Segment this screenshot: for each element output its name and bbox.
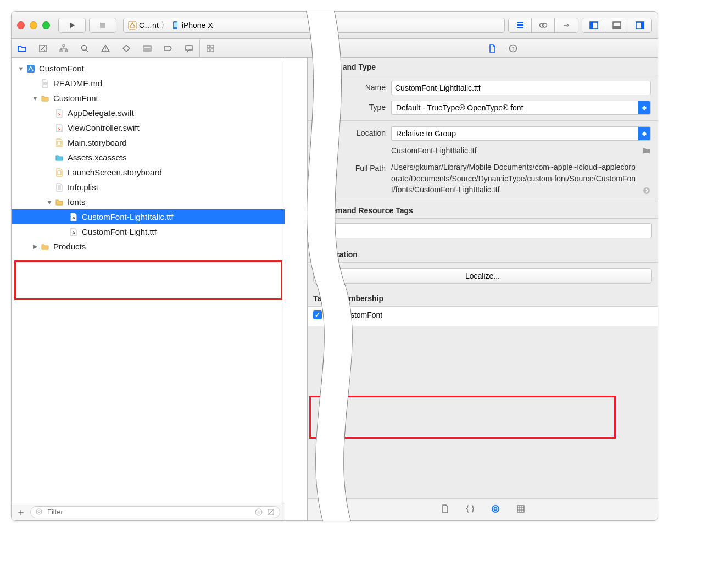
file-inspector-tab[interactable] [482,39,503,58]
braces-icon [465,504,475,514]
file-appdelegate[interactable]: ▶ AppDelegate.swift [12,106,285,120]
help-icon: ? [508,43,518,53]
fullpath-label: Full Path [314,162,386,173]
gauge-icon [142,43,152,53]
symbol-navigator-tab[interactable] [53,39,74,58]
svg-point-6 [542,23,547,27]
quick-help-inspector-tab[interactable]: ? [503,39,523,58]
target-checkbox[interactable]: ✓ [313,310,322,319]
toggle-debug-area-button[interactable] [605,18,628,32]
document-icon [440,504,450,514]
target-membership-row[interactable]: ✓ CustomFont [308,307,658,326]
scheme-breadcrumb[interactable]: C…nt 〉 iPhone X [123,18,505,33]
tree-label: README.md [53,79,102,88]
app-target-icon [128,21,137,30]
file-font-light[interactable]: ▶ A CustomFont-Light.ttf [12,224,285,239]
recent-filter-icon[interactable] [254,508,263,517]
folder-icon [55,198,64,207]
report-navigator-tab[interactable] [179,39,199,58]
code-snippet-library-tab[interactable] [465,504,475,515]
object-library-tab[interactable] [491,504,500,515]
file-font-lightitalic[interactable]: ▶ A CustomFont-LightItalic.ttf [12,209,285,224]
target-name-label: CustomFont [341,310,382,319]
svg-point-36 [36,509,42,514]
filter-icon [35,508,44,517]
tags-field[interactable]: Tags [313,223,652,238]
file-assets[interactable]: ▶ Assets.xcassets [12,150,285,165]
location-label: Location [314,126,386,137]
svg-point-19 [82,45,87,50]
hierarchy-icon [59,43,69,53]
name-field[interactable] [391,81,651,95]
localization-header: Localization [308,245,658,263]
media-library-tab[interactable] [516,504,526,515]
folder-icon [41,242,49,251]
run-button[interactable] [58,18,86,33]
project-navigator-tab[interactable] [12,39,32,58]
group-products[interactable]: ▶ Products [12,239,285,254]
svg-rect-27 [211,49,214,52]
svg-rect-8 [590,22,593,29]
editor-area [285,58,307,520]
tree-label: Assets.xcassets [68,153,127,162]
scm-filter-icon[interactable] [266,508,275,517]
editor-grid-button[interactable] [200,39,221,58]
file-viewcontroller[interactable]: ▶ ViewController.swift [12,120,285,135]
version-editor-button[interactable] [555,18,578,32]
toggle-inspector-button[interactable] [628,18,651,32]
tree-label: Info.plist [68,182,98,192]
svg-rect-0 [100,23,105,28]
folder-icon [41,94,49,103]
svg-rect-18 [65,50,68,52]
filter-input[interactable] [47,508,251,516]
reveal-in-finder-button[interactable] [642,186,651,195]
file-launch-storyboard[interactable]: ▶ LaunchScreen.storyboard [12,165,285,180]
annotation-highlight-target [309,396,616,439]
source-control-navigator-tab[interactable] [32,39,53,58]
location-select[interactable]: Relative to Group [391,126,651,141]
type-select-value: Default - TrueType® OpenType® font [396,103,523,112]
svg-point-22 [105,50,106,51]
document-icon [487,43,497,53]
xcodeproj-icon [26,64,36,74]
project-root[interactable]: ▼ CustomFont [12,61,285,76]
minimize-window-button[interactable] [30,21,37,29]
grid-icon [205,43,215,53]
filter-field[interactable] [30,506,280,518]
group-customfont[interactable]: ▼ CustomFont [12,91,285,106]
stop-button[interactable] [89,18,116,33]
svg-point-45 [494,508,497,511]
breakpoint-icon [163,43,173,53]
folder-icon [17,43,27,53]
window-controls [17,21,50,29]
file-info-plist[interactable]: ▶ Info.plist [12,180,285,195]
file-readme[interactable]: ▶ README.md [12,76,285,91]
standard-editor-button[interactable] [509,18,532,32]
play-icon [68,21,76,30]
close-window-button[interactable] [17,21,25,29]
group-fonts[interactable]: ▼ fonts [12,195,285,209]
add-button[interactable]: ＋ [16,506,26,519]
localize-button[interactable]: Localize... [313,268,652,284]
source-control-icon [38,43,48,53]
test-navigator-tab[interactable] [116,39,137,58]
breakpoint-navigator-tab[interactable] [158,39,179,58]
zoom-window-button[interactable] [42,21,50,29]
tree-label: CustomFont-Light.ttf [82,227,157,236]
toggle-navigator-button[interactable] [582,18,605,32]
issue-navigator-tab[interactable] [95,39,116,58]
svg-rect-46 [517,506,524,512]
editor-mode-segmented[interactable] [508,18,578,33]
swift-file-icon [55,109,64,118]
find-navigator-tab[interactable] [74,39,95,58]
file-main-storyboard[interactable]: ▶ Main.storyboard [12,135,285,150]
type-label: Type [314,101,386,112]
type-select[interactable]: Default - TrueType® OpenType® font [391,101,651,115]
panel-visibility-segmented[interactable] [582,18,652,33]
assistant-editor-button[interactable] [532,18,555,32]
debug-navigator-tab[interactable] [137,39,158,58]
tree-label: ViewController.swift [68,123,140,132]
storyboard-icon [55,138,64,147]
choose-location-button[interactable] [642,146,651,155]
file-template-library-tab[interactable] [440,504,450,515]
